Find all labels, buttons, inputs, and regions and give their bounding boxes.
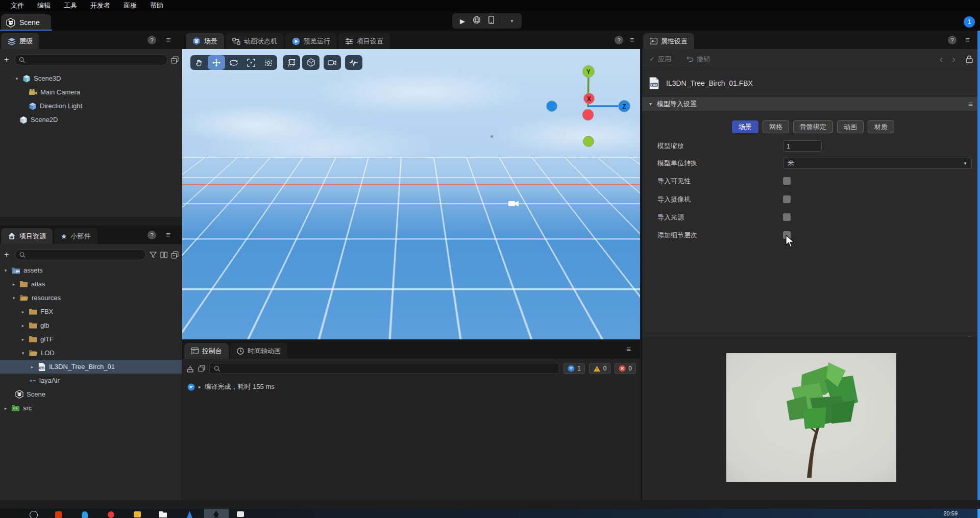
tree-item-atlas[interactable]: ▸ atlas — [0, 277, 182, 291]
split-view-icon[interactable] — [160, 252, 167, 258]
expander-icon[interactable]: ▸ — [20, 309, 26, 314]
tree-item-assets[interactable]: ▾ assets — [0, 263, 182, 277]
copy-log-icon[interactable] — [198, 365, 205, 372]
tree-item-src-folder[interactable]: ▸ src — [0, 401, 182, 415]
expander-icon[interactable]: ▸ — [11, 282, 16, 287]
apply-button[interactable]: ✓ 应用 — [649, 55, 671, 64]
tab-scene-view[interactable]: 场景 — [186, 33, 224, 49]
assets-menu-button[interactable]: ≡ — [166, 231, 170, 238]
tree-item-scene3d[interactable]: ▾ Scene3D — [0, 71, 182, 85]
lock-icon[interactable] — [966, 55, 973, 63]
tree-item-scene-file[interactable]: Scene — [0, 387, 182, 401]
import-visibility-checkbox[interactable] — [783, 177, 791, 185]
os-taskbar[interactable]: 20:59 — [0, 509, 980, 518]
info-count-badge[interactable]: 1 — [564, 363, 585, 374]
inspector-menu-button[interactable]: ≡ — [965, 36, 970, 43]
expander-icon[interactable]: ▸ — [30, 364, 35, 369]
subtab-material[interactable]: 材质 — [868, 120, 894, 133]
section-expander-icon[interactable]: ▾ — [649, 101, 652, 107]
undo-button[interactable]: 撤销 — [687, 55, 710, 64]
taskbar-app-blue-icon[interactable] — [82, 511, 88, 518]
hierarchy-menu-button[interactable]: ≡ — [166, 36, 170, 43]
unit-select[interactable]: 米 ▼ — [783, 158, 972, 169]
rotate-tool-button[interactable] — [225, 55, 242, 70]
import-camera-checkbox[interactable] — [783, 195, 791, 203]
tab-project-resources[interactable]: 项目资源 — [1, 228, 53, 244]
section-header-model-import[interactable]: ▾ 模型导入设置 ≡ — [642, 97, 980, 111]
tab-widgets[interactable]: ★ 小部件 — [54, 228, 97, 244]
gizmo-negz-handle[interactable] — [547, 101, 557, 112]
expander-icon[interactable]: ▸ — [20, 323, 26, 328]
taskbar-app-white-icon[interactable] — [237, 511, 244, 517]
console-menu-button[interactable]: ≡ — [626, 345, 631, 353]
camera-preview-button[interactable] — [324, 55, 341, 70]
play-button[interactable]: ▶ — [460, 17, 465, 25]
console-log-row[interactable]: ▸ 编译完成，耗时 155 ms — [187, 380, 275, 393]
hierarchy-add-button[interactable]: + — [2, 55, 11, 65]
subtab-animation[interactable]: 动画 — [837, 120, 864, 133]
assets-help-button[interactable]: ? — [148, 231, 156, 239]
window-edge-scrollbar[interactable] — [977, 31, 980, 500]
assets-search-input[interactable] — [28, 251, 141, 258]
tree-item-layaair[interactable]: layaAir — [0, 374, 182, 387]
warning-count-badge[interactable]: 0 — [589, 363, 611, 374]
tab-hierarchy[interactable]: 层级 — [1, 33, 39, 49]
orientation-gizmo[interactable]: Y X Z — [540, 59, 636, 156]
hierarchy-search[interactable] — [14, 54, 168, 65]
tab-animation-state-machine[interactable]: 动画状态机 — [226, 33, 284, 49]
tab-console[interactable]: 控制台 — [184, 343, 229, 359]
preview-options-dropdown[interactable]: ▼ — [510, 19, 514, 23]
subtab-scene[interactable]: 场景 — [732, 120, 758, 133]
inspector-help-button[interactable]: ? — [948, 36, 957, 44]
collapse-all-icon[interactable] — [171, 251, 179, 259]
menu-edit[interactable]: 编辑 — [31, 0, 57, 11]
tab-project-settings[interactable]: 项目设置 — [338, 33, 390, 49]
expander-icon[interactable]: ▾ — [14, 76, 19, 81]
taskbar-app-red-circle-icon[interactable] — [108, 511, 114, 518]
filter-icon[interactable] — [150, 252, 157, 258]
move-tool-button[interactable] — [208, 55, 225, 70]
preview-pane[interactable] — [642, 337, 980, 500]
tree-item-glb-folder[interactable]: ▸ glb — [0, 318, 182, 332]
gizmo-negy-handle[interactable] — [583, 136, 594, 147]
preview-divider[interactable] — [642, 333, 980, 333]
hierarchy-search-input[interactable] — [28, 56, 163, 63]
assets-add-button[interactable]: + — [2, 250, 11, 260]
tree-item-main-camera[interactable]: Main Camera — [0, 85, 182, 99]
gizmo-negx-handle[interactable] — [582, 109, 594, 120]
tree-item-resources[interactable]: ▾ resources — [0, 291, 182, 305]
error-count-badge[interactable]: 0 — [615, 363, 636, 374]
tree-item-fbx-folder[interactable]: ▸ FBX — [0, 305, 182, 318]
log-expander-icon[interactable]: ▸ — [199, 384, 201, 389]
viewport-3d[interactable]: Y X Z — [182, 49, 640, 339]
tree-item-fbx-file-selected[interactable]: ▸ FBX IL3DN_Tree_Birch_01 — [0, 360, 182, 374]
tab-preview-run[interactable]: 预览运行 — [285, 33, 337, 49]
rect-tool-button[interactable] — [260, 55, 277, 70]
assets-search[interactable] — [15, 249, 146, 260]
menu-help[interactable]: 帮助 — [143, 0, 170, 11]
taskbar-active-app-tile[interactable] — [204, 509, 229, 518]
projection-mode-button[interactable] — [283, 55, 300, 70]
menu-file[interactable]: 文件 — [4, 0, 31, 11]
expander-icon[interactable]: ▾ — [11, 295, 16, 301]
collapse-all-icon[interactable] — [171, 56, 179, 64]
taskbar-app-red-icon[interactable] — [55, 511, 62, 518]
viewport-help-button[interactable]: ? — [615, 36, 623, 44]
web-preview-button[interactable] — [473, 16, 481, 26]
tab-timeline-animation[interactable]: 时间轴动画 — [230, 343, 287, 359]
console-search-input[interactable] — [223, 365, 555, 372]
notification-badge[interactable]: 1 — [964, 16, 975, 28]
subtab-mesh[interactable]: 网格 — [763, 120, 789, 133]
expander-icon[interactable]: ▸ — [3, 406, 8, 411]
viewport-menu-button[interactable]: ≡ — [630, 36, 634, 43]
import-light-checkbox[interactable] — [783, 213, 791, 221]
hierarchy-help-button[interactable]: ? — [148, 36, 156, 44]
subtab-skeleton[interactable]: 骨骼绑定 — [793, 120, 833, 133]
section-menu-button[interactable]: ≡ — [968, 100, 973, 108]
expander-icon[interactable]: ▸ — [20, 337, 26, 342]
tree-item-scene2d[interactable]: Scene2D — [0, 113, 182, 127]
tab-scene-document[interactable]: Scene — [1, 14, 51, 31]
scene-camera-icon[interactable] — [508, 199, 520, 208]
menu-developer[interactable]: 开发者 — [84, 0, 117, 11]
stats-button[interactable] — [345, 55, 362, 70]
